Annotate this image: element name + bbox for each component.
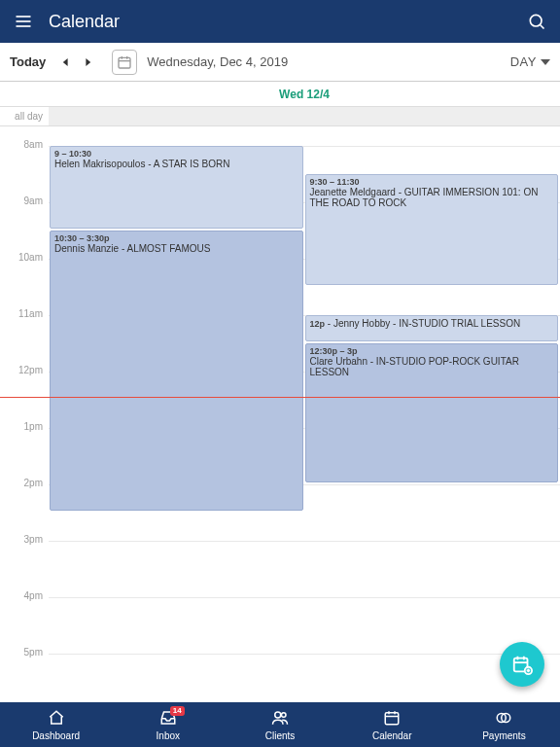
calendar-event[interactable]: 12:30p – 3pClare Urbahn - IN-STUDIO POP-… [305, 343, 559, 482]
tab-inbox[interactable]: 14Inbox [112, 702, 224, 747]
day-header-label: Wed 12/4 [49, 88, 560, 101]
calendar-event[interactable]: 10:30 – 3:30pDennis Manzie - ALMOST FAMO… [50, 231, 303, 511]
toolbar: Today Wednesday, Dec 4, 2019 DAY [0, 43, 560, 82]
svg-point-20 [282, 712, 287, 717]
menu-icon[interactable] [12, 12, 35, 31]
hour-label: 8am [0, 140, 49, 196]
today-button[interactable]: Today [10, 54, 46, 69]
event-time: 9:30 – 11:30 [310, 177, 554, 187]
event-title: Jeanette Meldgaard - GUITAR IMMERSION 10… [310, 187, 554, 208]
view-select[interactable]: DAY [510, 54, 550, 69]
svg-marker-5 [63, 58, 68, 66]
event-time: 9 – 10:30 [54, 149, 298, 159]
home-icon [48, 709, 65, 729]
hour-label: 4pm [0, 591, 49, 648]
now-indicator [0, 397, 560, 398]
current-date-label: Wednesday, Dec 4, 2019 [147, 54, 509, 69]
svg-marker-11 [541, 59, 550, 65]
search-icon[interactable] [525, 12, 548, 31]
tab-label: Calendar [372, 730, 412, 741]
hour-label: 2pm [0, 479, 49, 535]
svg-line-4 [541, 25, 544, 29]
event-time: 12p [310, 319, 326, 329]
event-time: 12:30p – 3p [310, 346, 554, 356]
day-header-row: Wed 12/4 [0, 82, 560, 107]
users-icon [271, 709, 289, 729]
tab-bar: Dashboard14InboxClientsCalendarPayments [0, 702, 560, 747]
hour-label: 3pm [0, 535, 49, 591]
tab-label: Payments [482, 730, 525, 741]
next-day-button[interactable] [81, 55, 94, 69]
calendar-event[interactable]: 9:30 – 11:30Jeanette Meldgaard - GUITAR … [305, 174, 559, 285]
hour-label: 5pm [0, 648, 49, 702]
hour-label: 1pm [0, 422, 49, 479]
tab-clients[interactable]: Clients [224, 702, 335, 747]
view-select-label: DAY [510, 54, 537, 69]
tab-label: Clients [265, 730, 296, 741]
tab-payments[interactable]: Payments [448, 702, 560, 747]
calendar-icon [383, 709, 401, 729]
hour-label: 11am [0, 309, 49, 366]
svg-rect-21 [385, 712, 399, 724]
events-layer: 9 – 10:30Helen Makrisopoulos - A STAR IS… [49, 126, 559, 702]
event-time: 10:30 – 3:30p [54, 233, 298, 243]
prev-day-button[interactable] [59, 55, 73, 69]
add-event-button[interactable] [500, 642, 544, 687]
event-title: Jenny Hobby - IN-STUDIO TRIAL LESSON [333, 318, 520, 329]
calendar-event[interactable]: 9 – 10:30Helen Makrisopoulos - A STAR IS… [50, 146, 303, 229]
time-grid: 8am9am10am11am12pm1pm2pm3pm4pm5pm6pm 9 –… [0, 126, 560, 702]
allday-label: all day [0, 107, 49, 125]
payments-icon [495, 709, 512, 729]
allday-row: all day [0, 107, 560, 126]
event-title: Dennis Manzie - ALMOST FAMOUS [54, 243, 298, 254]
hour-label: 10am [0, 253, 49, 309]
tab-calendar[interactable]: Calendar [336, 702, 448, 747]
allday-body[interactable] [49, 107, 560, 125]
app-header: Calendar [0, 0, 560, 43]
chevron-down-icon [541, 57, 550, 67]
svg-rect-7 [119, 57, 130, 68]
hour-label: 9am [0, 196, 49, 253]
svg-point-3 [530, 15, 542, 26]
page-title: Calendar [49, 12, 525, 32]
calendar-event[interactable]: 12p - Jenny Hobby - IN-STUDIO TRIAL LESS… [305, 315, 559, 341]
tab-dashboard[interactable]: Dashboard [0, 702, 112, 747]
inbox-badge: 14 [170, 706, 185, 716]
event-title: Clare Urbahn - IN-STUDIO POP-ROCK GUITAR… [310, 356, 554, 377]
tab-label: Dashboard [32, 730, 80, 741]
hour-label: 12pm [0, 366, 49, 422]
svg-point-19 [275, 712, 281, 718]
tab-label: Inbox [157, 730, 180, 741]
event-title: Helen Makrisopoulos - A STAR IS BORN [54, 159, 298, 169]
date-picker-button[interactable] [112, 50, 137, 75]
svg-marker-6 [87, 58, 91, 66]
